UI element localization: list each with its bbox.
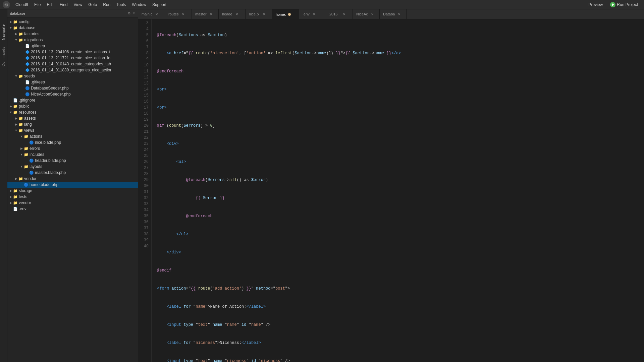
menu-support[interactable]: Support — [150, 2, 169, 8]
tab-close-icon[interactable]: ✕ — [181, 12, 185, 16]
tab-niceac[interactable]: NiceAc ✕ — [353, 9, 380, 19]
tree-item-vendor-res[interactable]: ▶ 📁 vendor — [7, 176, 138, 182]
menu-bar: C9 Cloud9 File Edit Find View Goto Run T… — [0, 0, 644, 9]
tab-label: home. — [276, 12, 286, 16]
menu-window[interactable]: Window — [129, 2, 149, 8]
preview-button[interactable]: Preview — [585, 2, 606, 8]
tab-master[interactable]: master ✕ — [192, 9, 219, 19]
tree-item-header-blade[interactable]: ▶ 🔵 header.blade.php — [7, 158, 138, 164]
tab-close-icon[interactable]: ✕ — [234, 12, 239, 16]
tab-routes[interactable]: routes ✕ — [165, 9, 192, 19]
tree-item-errors[interactable]: ▶ 📁 errors — [7, 145, 138, 152]
tree-item-resources[interactable]: ▼ 📁 resources — [7, 109, 138, 115]
tree-item-gitkeep1[interactable]: ▶ 📄 .gitkeep — [7, 43, 138, 49]
tree-item-tests[interactable]: ▶ 📁 tests — [7, 194, 138, 200]
tree-label: DatabaseSeeder.php — [31, 86, 69, 90]
tree-item-niceseeder[interactable]: ▶ 🔵 NiceActionSeeder.php — [7, 91, 138, 97]
tree-item-nice-blade[interactable]: ▶ 🔵 nice.blade.php — [7, 139, 138, 145]
commands-label[interactable]: Commands — [2, 47, 5, 66]
menu-edit[interactable]: Edit — [44, 2, 56, 8]
tree-label: .gitkeep — [31, 80, 45, 84]
tree-item-migration3[interactable]: ▶ 🔷 2016_01_14_010143_create_categories_… — [7, 61, 138, 67]
tab-main[interactable]: main.c ✕ — [138, 9, 165, 19]
tree-item-storage[interactable]: ▶ 📁 storage — [7, 188, 138, 194]
code-content[interactable]: @foreach($actions as $action) <a href="{… — [152, 19, 644, 362]
tree-item-lang[interactable]: ▶ 📁 lang — [7, 121, 138, 127]
tree-item-dbseeder[interactable]: ▶ 🔵 DatabaseSeeder.php — [7, 85, 138, 91]
code-line: <div> — [157, 141, 644, 147]
tree-item-home-blade[interactable]: ▶ 🔵 home.blade.php — [7, 182, 138, 188]
menu-cloud9[interactable]: Cloud9 — [13, 2, 31, 8]
tree-label: lang — [24, 122, 32, 127]
folder-icon: 📁 — [18, 73, 23, 79]
tree-item-includes[interactable]: ▼ 📁 includes — [7, 152, 138, 158]
tab-home[interactable]: home. — [272, 9, 299, 19]
folder-icon: 📁 — [18, 37, 23, 43]
tree-item-views[interactable]: ▼ 📁 views — [7, 127, 138, 133]
tree-item-config[interactable]: ▶ 📁 config — [7, 19, 138, 25]
folder-icon: 📁 — [13, 194, 18, 199]
settings-icon[interactable]: ⚙ ▾ — [128, 11, 135, 16]
tree-label: assets — [24, 116, 36, 121]
tab-close-icon[interactable]: ✕ — [342, 12, 346, 16]
tab-close-icon[interactable]: ✕ — [154, 12, 159, 16]
tree-item-factories[interactable]: ▶ 📁 factories — [7, 31, 138, 37]
arrow-icon: ▼ — [19, 153, 23, 156]
tree-item-assets[interactable]: ▶ 📁 assets — [7, 115, 138, 121]
tab-close-icon[interactable]: ✕ — [262, 12, 266, 16]
arrow-icon: ▶ — [14, 177, 18, 180]
tree-item-gitignore[interactable]: ▶ 📄 .gitignore — [7, 97, 138, 103]
code-line: <form action="{{ route('add_action') }}"… — [157, 286, 644, 292]
menu-tools[interactable]: Tools — [114, 2, 128, 8]
folder-icon: 📁 — [23, 164, 29, 169]
folder-icon: 📁 — [23, 152, 29, 157]
tree-item-env[interactable]: ▶ 📄 .env — [7, 206, 138, 212]
editor-area: main.c ✕ routes ✕ master ✕ heade ✕ nice.… — [138, 9, 644, 362]
tab-close-icon[interactable]: ✕ — [209, 12, 213, 16]
tab-env[interactable]: .env ✕ — [299, 9, 326, 19]
tree-item-master-blade[interactable]: ▶ 🔵 master.blade.php — [7, 170, 138, 176]
menu-run[interactable]: Run — [100, 2, 113, 8]
tree-item-actions[interactable]: ▼ 📁 actions — [7, 133, 138, 139]
tree-item-gitkeep2[interactable]: ▶ 📄 .gitkeep — [7, 79, 138, 85]
arrow-icon: ▼ — [14, 74, 18, 78]
code-line: @foreach($actions as $action) — [157, 32, 644, 38]
tab-label: nice.bl — [249, 12, 260, 16]
code-editor[interactable]: 3 4 5 6 7 8 9 10 11 12 13 14 15 16 17 18… — [138, 19, 644, 362]
tab-heade[interactable]: heade ✕ — [219, 9, 246, 19]
tree-item-vendor-root[interactable]: ▶ 📁 vendor — [7, 200, 138, 206]
tree-item-migration1[interactable]: ▶ 🔷 2016_01_13_204106_create_nice_action… — [7, 49, 138, 55]
menu-file[interactable]: File — [32, 2, 43, 8]
navigate-label[interactable]: Navigate — [2, 24, 5, 40]
tree-item-layouts[interactable]: ▼ 📁 layouts — [7, 164, 138, 170]
arrow-icon: ▼ — [9, 26, 13, 29]
tree-label: home.blade.php — [30, 182, 58, 187]
menu-view[interactable]: View — [71, 2, 85, 8]
tab-close-icon[interactable]: ✕ — [370, 12, 375, 16]
tree-item-seeds[interactable]: ▼ 📁 seeds — [7, 73, 138, 79]
tab-close-icon[interactable]: ✕ — [397, 12, 401, 16]
folder-icon: 📁 — [13, 188, 18, 193]
code-line: </ul> — [157, 231, 644, 237]
tree-item-database[interactable]: ▼ 📁 database — [7, 25, 138, 31]
arrow-icon: ▼ — [19, 165, 23, 168]
app-logo: C9 — [3, 1, 10, 8]
tree-label: tests — [19, 194, 27, 199]
run-project-label: Run Project — [617, 2, 638, 7]
tab-label: NiceAc — [356, 12, 368, 16]
menu-goto[interactable]: Goto — [86, 2, 100, 8]
tree-label: config — [19, 19, 30, 24]
file-icon: 📄 — [25, 79, 30, 85]
tab-nice[interactable]: nice.bl ✕ — [246, 9, 272, 19]
tree-item-migrations[interactable]: ▼ 📁 migrations — [7, 37, 138, 43]
tree-item-migration2[interactable]: ▶ 🔷 2016_01_13_211721_create_nice_action… — [7, 55, 138, 61]
tab-close-icon[interactable]: ✕ — [312, 12, 316, 16]
tab-databa[interactable]: Databa ✕ — [380, 9, 407, 19]
tree-item-migration4[interactable]: ▶ 🔷 2016_01_14_011839_categories_nice_ac… — [7, 67, 138, 73]
tree-label: storage — [19, 188, 32, 193]
tree-label: layouts — [30, 164, 42, 169]
run-project-button[interactable]: Run Project — [607, 1, 641, 8]
menu-find[interactable]: Find — [57, 2, 70, 8]
tab-2016[interactable]: 2016_ ✕ — [326, 9, 353, 19]
tree-item-public[interactable]: ▶ 📁 public — [7, 103, 138, 109]
